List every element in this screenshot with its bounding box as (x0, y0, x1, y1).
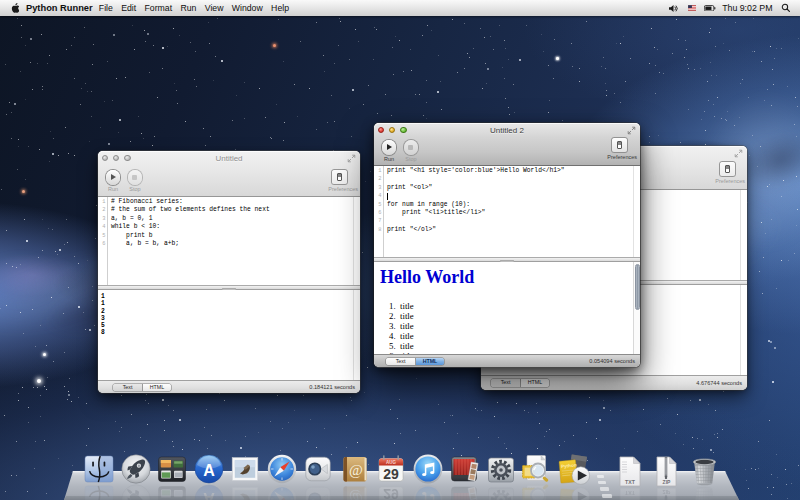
svg-text:TXT: TXT (625, 479, 636, 485)
svg-text:ZIP: ZIP (663, 479, 671, 485)
svg-text:@: @ (349, 462, 363, 478)
svg-text:AUG: AUG (386, 460, 396, 465)
svg-text:A: A (203, 490, 215, 500)
svg-text:29: 29 (383, 466, 399, 482)
svg-text:A: A (203, 462, 215, 479)
svg-text:ZIP: ZIP (663, 489, 671, 495)
svg-text:TXT: TXT (625, 490, 636, 496)
svg-text:@: @ (349, 490, 363, 500)
svg-text:29: 29 (383, 486, 399, 500)
